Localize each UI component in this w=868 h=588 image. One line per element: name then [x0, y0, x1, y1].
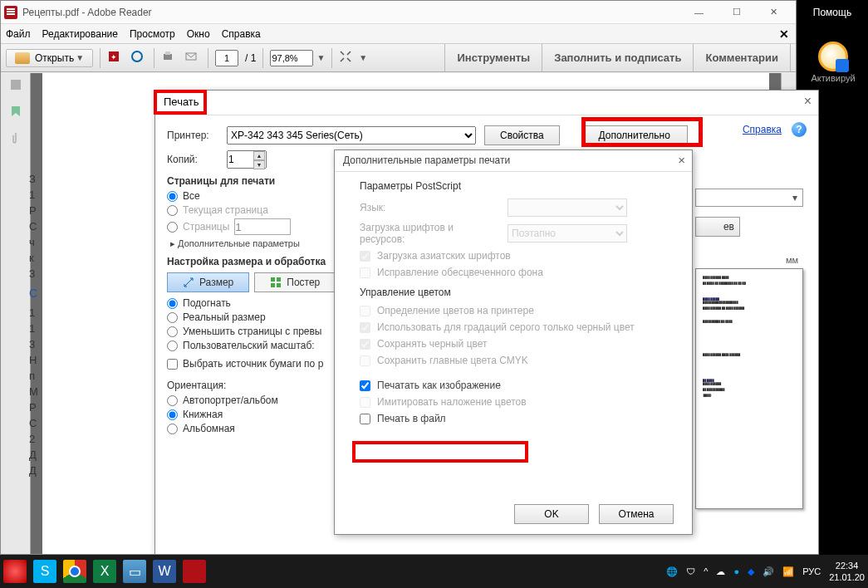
preview-units: мм	[695, 255, 803, 265]
ps-section-label: Параметры PostScript	[360, 180, 667, 192]
radio-orient-portrait[interactable]	[167, 409, 178, 420]
advanced-print-dialog: Дополнительные параметры печати × Параме…	[334, 149, 693, 535]
page-range-input[interactable]	[234, 218, 291, 235]
radio-orient-auto[interactable]	[167, 395, 178, 406]
attachment-icon[interactable]	[9, 131, 22, 145]
svg-point-2	[132, 51, 142, 61]
word-icon[interactable]: W	[153, 560, 176, 583]
tray-wifi-icon[interactable]: 📶	[782, 566, 794, 577]
excel-icon[interactable]: X	[93, 560, 116, 583]
properties-button[interactable]: Свойства	[484, 125, 560, 145]
radio-shrink[interactable]	[167, 326, 178, 337]
poster-mode-button[interactable]: Постер	[254, 272, 336, 292]
check-printer-colors	[360, 306, 370, 316]
minimize-button[interactable]: —	[680, 2, 718, 23]
tray-network-icon[interactable]: 🌐	[666, 566, 678, 577]
overlay-label: Имитировать наложение цветов	[377, 396, 527, 408]
opera-icon[interactable]	[3, 560, 27, 583]
convert-icon[interactable]	[130, 50, 147, 66]
file-explorer-icon[interactable]: ▭	[123, 560, 146, 583]
open-label: Открыть	[35, 52, 74, 64]
fit-chevron-icon[interactable]: ▼	[359, 53, 367, 62]
skype-icon[interactable]: S	[33, 560, 56, 583]
asian-label: Загрузка азиатских шрифтов	[377, 250, 511, 262]
help-icon[interactable]: ?	[792, 122, 807, 137]
radio-current-label: Текущая страница	[183, 204, 268, 216]
maximize-button[interactable]: ☐	[718, 2, 755, 23]
mail-icon[interactable]	[184, 50, 201, 66]
menu-edit[interactable]: Редактирование	[42, 28, 118, 40]
menu-window[interactable]: Окно	[187, 28, 210, 40]
check-overlay	[360, 397, 370, 408]
lang-label: Язык:	[360, 202, 501, 213]
comments-button[interactable]: Комментарии	[694, 44, 791, 71]
open-button[interactable]: Открыть ▼	[6, 49, 93, 67]
check-keep-black	[360, 339, 370, 350]
radio-real-size[interactable]	[167, 312, 178, 323]
grid-icon	[270, 277, 282, 288]
svg-rect-10	[277, 283, 281, 287]
chevron-down-icon: ▼	[76, 53, 84, 62]
svg-rect-6	[11, 80, 21, 90]
bookmark-icon[interactable]	[9, 105, 22, 118]
cmyk-label: Сохранить главные цвета CMYK	[377, 355, 528, 366]
bleach-label: Исправление обесцвеченного фона	[377, 267, 543, 278]
radio-orient-landscape[interactable]	[167, 424, 178, 434]
misc-button[interactable]: ев	[695, 217, 740, 237]
thumbnails-icon[interactable]	[9, 78, 22, 91]
zoom-chevron-icon[interactable]: ▼	[316, 53, 325, 62]
radio-range-label: Страницы	[183, 221, 229, 233]
check-print-as-image[interactable]	[360, 380, 370, 391]
desktop-help: Помощь	[797, 0, 868, 25]
check-paper-source[interactable]	[167, 359, 178, 370]
zoom-input[interactable]	[270, 50, 313, 66]
menu-file[interactable]: Файл	[6, 28, 31, 40]
print-preview: ████ ██████ ████ ██ ████ ██ ████████ ██ …	[695, 268, 803, 509]
highlight-print	[154, 90, 207, 115]
tray-shield-icon[interactable]: 🛡	[686, 566, 695, 576]
radio-current-page[interactable]	[167, 205, 178, 216]
tray-onedrive-icon[interactable]: ☁	[716, 566, 725, 577]
svg-rect-9	[271, 283, 275, 287]
radio-all-pages[interactable]	[167, 191, 178, 202]
radio-custom-scale[interactable]	[167, 341, 178, 351]
taskbar-clock[interactable]: 22:34 21.01.20	[829, 560, 865, 583]
adv-close-icon[interactable]: ×	[678, 153, 685, 167]
create-pdf-icon[interactable]: ✦	[107, 50, 124, 66]
check-source-label: Выбрать источник бумаги по р	[183, 358, 323, 370]
check-cmyk	[360, 355, 370, 366]
radio-page-range[interactable]	[167, 222, 178, 233]
misc-select[interactable]	[695, 189, 803, 207]
radio-fit[interactable]	[167, 298, 178, 309]
orient-port-label: Книжная	[183, 409, 223, 420]
check-to-file[interactable]	[360, 414, 370, 424]
tools-panel-button[interactable]: Инструменты	[445, 44, 542, 71]
close-button[interactable]: ✕	[755, 2, 792, 23]
size-mode-button[interactable]: Размер	[167, 272, 249, 292]
printer-select[interactable]: XP-342 343 345 Series(Сеть)	[227, 126, 476, 145]
menubar-close-icon[interactable]: ✕	[779, 27, 789, 41]
chrome-icon[interactable]	[63, 560, 86, 583]
page-input[interactable]	[215, 50, 238, 66]
tray-chevron-icon[interactable]: ^	[704, 566, 708, 576]
print-help-link[interactable]: Справка	[743, 124, 782, 135]
menu-view[interactable]: Просмотр	[130, 28, 175, 40]
menu-help[interactable]: Справка	[222, 28, 261, 40]
tray-dropbox-icon[interactable]: ◆	[748, 566, 754, 577]
color-section-label: Управление цветом	[360, 287, 667, 298]
fill-sign-button[interactable]: Заполнить и подписать	[542, 44, 694, 71]
print-close-icon[interactable]: ×	[804, 94, 812, 109]
spin-down-icon[interactable]: ▼	[253, 160, 265, 169]
window-title: Рецепты.pdf - Adobe Reader	[22, 7, 680, 18]
adv-ok-button[interactable]: OK	[514, 504, 589, 524]
tray-lang[interactable]: РУС	[802, 566, 821, 576]
tray-volume-icon[interactable]: 🔊	[763, 566, 774, 577]
adv-cancel-button[interactable]: Отмена	[599, 504, 674, 524]
fit-window-icon[interactable]	[339, 50, 356, 66]
spin-up-icon[interactable]: ▲	[253, 151, 265, 160]
print-icon[interactable]	[161, 50, 178, 66]
pdf-reader-icon[interactable]	[183, 560, 206, 583]
print-dialog-title: Печать ×	[155, 91, 818, 115]
check-asian-fonts	[360, 251, 370, 262]
tray-skype-icon[interactable]: ●	[733, 566, 739, 576]
